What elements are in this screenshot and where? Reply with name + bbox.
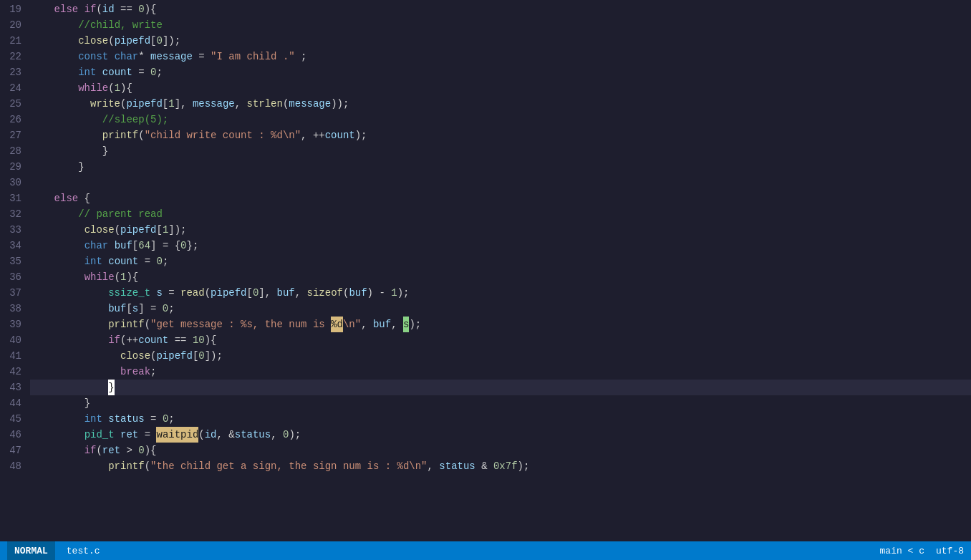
- line-num-25: 25: [6, 96, 21, 112]
- code-line-24: while(1){: [30, 80, 971, 96]
- code-line-48: printf("the child get a sign, the sign n…: [30, 458, 971, 474]
- line-num-38: 38: [6, 301, 21, 317]
- code-line-46: pid_t ret = waitpid(id, &status, 0);: [30, 427, 971, 443]
- code-line-23: int count = 0;: [30, 64, 971, 80]
- line-num-24: 24: [6, 80, 21, 96]
- statusbar-mode: NORMAL: [7, 541, 55, 560]
- code-line-25: write(pipefd[1], message, strlen(message…: [30, 96, 971, 112]
- statusbar-left: NORMAL test.c: [7, 541, 100, 560]
- line-num-48: 48: [6, 458, 21, 474]
- code-line-44: }: [30, 395, 971, 411]
- line-num-43: 43: [6, 380, 21, 395]
- line-num-47: 47: [6, 443, 21, 458]
- code-line-43: }: [30, 380, 971, 395]
- line-num-37: 37: [6, 285, 21, 301]
- line-num-35: 35: [6, 254, 21, 269]
- line-num-21: 21: [6, 33, 21, 49]
- statusbar-filename: test.c: [67, 546, 100, 556]
- code-line-45: int status = 0;: [30, 411, 971, 427]
- code-line-36: while(1){: [30, 269, 971, 285]
- code-line-42: break;: [30, 364, 971, 380]
- code-line-21: close(pipefd[0]);: [30, 33, 971, 49]
- line-num-41: 41: [6, 348, 21, 364]
- code-line-34: char buf[64] = {0};: [30, 238, 971, 254]
- line-num-27: 27: [6, 127, 21, 143]
- line-num-29: 29: [6, 159, 21, 175]
- line-num-40: 40: [6, 332, 21, 348]
- line-num-31: 31: [6, 190, 21, 206]
- code-line-39: printf("get message : %s, the num is %d\…: [30, 317, 971, 332]
- line-num-39: 39: [6, 317, 21, 332]
- code-line-28: }: [30, 143, 971, 159]
- code-line-22: const char* message = "I am child ." ;: [30, 49, 971, 64]
- editor: 19 20 21 22 23 24 25 26 27 28 29 30 31 3…: [0, 0, 971, 560]
- line-num-34: 34: [6, 238, 21, 254]
- line-num-44: 44: [6, 395, 21, 411]
- line-num-28: 28: [6, 143, 21, 159]
- code-line-30: [30, 175, 971, 190]
- code-line-41: close(pipefd[0]);: [30, 348, 971, 364]
- line-num-36: 36: [6, 269, 21, 285]
- code-line-38: buf[s] = 0;: [30, 301, 971, 317]
- statusbar-encoding: utf-8: [936, 546, 964, 556]
- code-line-27: printf("child write count : %d\n", ++cou…: [30, 127, 971, 143]
- line-num-20: 20: [6, 17, 21, 33]
- line-num-30: 30: [6, 175, 21, 190]
- statusbar-position: main < c: [880, 546, 924, 556]
- code-line-47: if(ret > 0){: [30, 443, 971, 458]
- code-line-33: close(pipefd[1]);: [30, 222, 971, 238]
- statusbar: NORMAL test.c main < c utf-8: [0, 541, 971, 560]
- line-num-33: 33: [6, 222, 21, 238]
- line-num-23: 23: [6, 64, 21, 80]
- line-num-26: 26: [6, 112, 21, 127]
- line-num-46: 46: [6, 427, 21, 443]
- line-num-32: 32: [6, 206, 21, 222]
- code-area: 19 20 21 22 23 24 25 26 27 28 29 30 31 3…: [0, 0, 971, 541]
- code-line-37: ssize_t s = read(pipefd[0], buf, sizeof(…: [30, 285, 971, 301]
- statusbar-right: main < c utf-8: [880, 546, 964, 556]
- code-line-26: //sleep(5);: [30, 112, 971, 127]
- code-line-35: int count = 0;: [30, 254, 971, 269]
- code-line-20: //child, write: [30, 17, 971, 33]
- code-line-31: else {: [30, 190, 971, 206]
- line-numbers: 19 20 21 22 23 24 25 26 27 28 29 30 31 3…: [0, 0, 30, 541]
- code-line-32: // parent read: [30, 206, 971, 222]
- code-line-40: if(++count == 10){: [30, 332, 971, 348]
- line-num-22: 22: [6, 49, 21, 64]
- line-num-42: 42: [6, 364, 21, 380]
- line-num-19: 19: [6, 1, 21, 17]
- code-line-29: }: [30, 159, 971, 175]
- code-content[interactable]: else if(id == 0){ //child, write close(p…: [30, 0, 971, 541]
- code-line-19: else if(id == 0){: [30, 1, 971, 17]
- line-num-45: 45: [6, 411, 21, 427]
